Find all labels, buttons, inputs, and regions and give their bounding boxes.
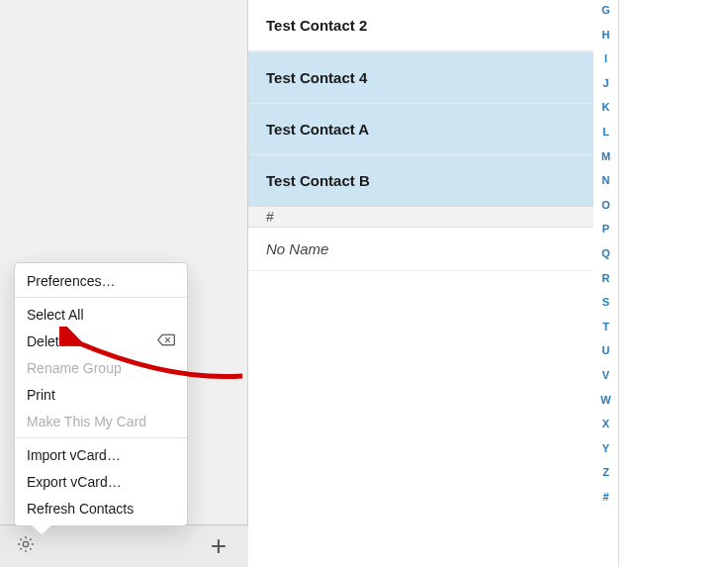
backspace-icon <box>157 333 175 349</box>
alphabet-index: G H I J K L M N O P Q R S T U V W X Y Z … <box>593 0 619 567</box>
menu-print[interactable]: Print <box>15 381 187 408</box>
menu-rename-group: Rename Group <box>15 354 187 381</box>
section-header-hash: # <box>248 206 622 228</box>
index-letter[interactable]: Q <box>601 247 610 259</box>
svg-point-0 <box>23 541 28 546</box>
index-letter[interactable]: I <box>604 52 607 64</box>
index-letter[interactable]: U <box>602 344 610 356</box>
index-letter[interactable]: J <box>602 77 608 89</box>
contact-row[interactable]: Test Contact 4 <box>248 51 622 103</box>
index-letter[interactable]: K <box>602 101 610 113</box>
index-letter[interactable]: M <box>601 150 610 162</box>
contact-row[interactable]: Test Contact 2 <box>248 0 622 51</box>
menu-export-vcard[interactable]: Export vCard… <box>15 468 187 495</box>
add-button[interactable]: + <box>211 532 232 560</box>
index-letter[interactable]: O <box>601 199 610 211</box>
index-letter[interactable]: R <box>602 272 610 284</box>
menu-select-all[interactable]: Select All <box>15 301 187 328</box>
index-letter[interactable]: N <box>602 174 610 186</box>
index-letter[interactable]: L <box>602 126 609 138</box>
index-letter[interactable]: Z <box>602 466 609 478</box>
menu-make-card: Make This My Card <box>15 408 187 434</box>
contact-row[interactable]: Test Contact B <box>248 154 622 206</box>
index-letter[interactable]: S <box>602 296 609 308</box>
index-letter[interactable]: X <box>602 418 609 429</box>
gear-icon[interactable] <box>16 534 36 558</box>
index-letter[interactable]: # <box>602 491 608 503</box>
menu-import-vcard[interactable]: Import vCard… <box>15 441 187 468</box>
index-letter[interactable]: P <box>602 223 609 235</box>
index-letter[interactable]: G <box>601 4 610 16</box>
index-letter[interactable]: W <box>600 394 610 406</box>
menu-preferences[interactable]: Preferences… <box>15 267 187 294</box>
contact-row[interactable]: Test Contact A <box>248 103 622 154</box>
index-letter[interactable]: V <box>602 369 609 381</box>
gear-context-menu: Preferences… Select All Delete Rename Gr… <box>14 262 188 526</box>
contact-row-noname[interactable]: No Name <box>248 228 622 271</box>
menu-separator <box>15 297 187 298</box>
index-letter[interactable]: H <box>602 29 610 41</box>
menu-delete[interactable]: Delete <box>15 328 187 354</box>
detail-panel <box>619 0 728 567</box>
contacts-list: Test Contact 2 Test Contact 4 Test Conta… <box>248 0 622 567</box>
index-letter[interactable]: Y <box>602 442 609 454</box>
menu-separator <box>15 437 187 438</box>
index-letter[interactable]: T <box>602 321 609 332</box>
